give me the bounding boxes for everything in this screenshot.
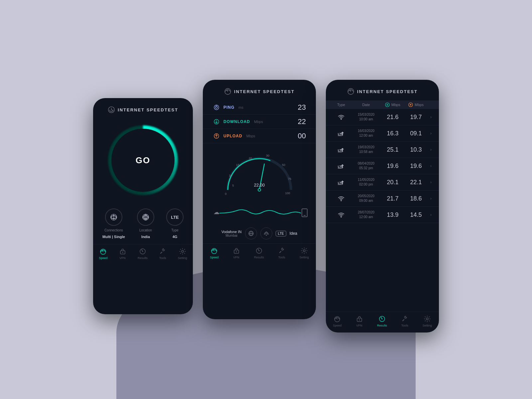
nav-tools[interactable]: Tools: [159, 248, 166, 260]
col-chevron-header: [428, 102, 434, 107]
upload-value: 00: [298, 132, 306, 140]
type-cell: LTE: [331, 179, 351, 185]
go-button-container[interactable]: GO: [108, 125, 178, 195]
phone1-title: INTERNET SPEEDTEST: [118, 107, 178, 112]
nav3-results[interactable]: Results: [377, 315, 387, 327]
results-nav2-icon: [255, 247, 263, 254]
nav3-vpn[interactable]: VPN: [356, 315, 363, 327]
nav3-tools-label: Tools: [401, 324, 408, 327]
globe-icon: [245, 227, 257, 239]
nav3-setting[interactable]: Setting: [423, 315, 432, 327]
nav3-tools[interactable]: Tools: [401, 315, 408, 327]
nav-speed-label: Speed: [99, 256, 107, 260]
date-cell: 20/05/2020 09:00 am: [351, 194, 381, 203]
connections-value: Multi | Single: [102, 235, 125, 239]
vpn-nav-icon: [119, 248, 126, 255]
date-cell: 28/07/2020 12:00 am: [351, 210, 381, 219]
svg-line-11: [161, 252, 162, 253]
download-row: DOWNLOAD Mbps 22: [203, 115, 316, 129]
chevron-cell[interactable]: ›: [428, 115, 434, 119]
chevron-cell[interactable]: ›: [428, 196, 434, 201]
chevron-cell[interactable]: ›: [428, 212, 434, 217]
nav2-tools[interactable]: Tools: [278, 247, 285, 259]
svg-text:100: 100: [285, 192, 290, 195]
phone2-title: INTERNET SPEEDTEST: [234, 89, 295, 94]
col-date: Date: [351, 102, 381, 107]
ping-value: 23: [298, 103, 306, 112]
nav-setting[interactable]: Setting: [178, 248, 187, 260]
nav2-vpn[interactable]: VPN: [233, 247, 240, 259]
location-label: Location: [139, 228, 152, 232]
location-info[interactable]: Location India: [137, 208, 154, 239]
nav3-vpn-label: VPN: [356, 324, 362, 327]
type-cell: [331, 196, 351, 201]
chevron-cell[interactable]: ›: [428, 131, 434, 136]
upload-row: UPLOAD Mbps 00: [203, 129, 316, 143]
connections-info[interactable]: Connections Multi | Single: [102, 208, 125, 239]
nav3-setting-label: Setting: [423, 324, 432, 327]
svg-point-64: [381, 319, 382, 320]
download-label: DOWNLOAD: [223, 119, 250, 124]
phone1-nav: Speed VPN Results: [93, 244, 193, 265]
phone-speed: INTERNET SPEEDTEST GO: [93, 98, 193, 314]
download-cell: 21.6: [381, 114, 404, 121]
speed-nav-icon: [99, 248, 107, 255]
ping-label: PING: [223, 105, 234, 110]
chevron-cell[interactable]: ›: [428, 147, 434, 152]
nav-speed[interactable]: Speed: [99, 248, 107, 260]
table-row[interactable]: 28/07/2020 12:00 am 13.9 14.5 ›: [326, 207, 439, 223]
nav2-setting[interactable]: Setting: [300, 247, 309, 259]
table-row[interactable]: 15/03/2020 10:00 am 21.6 19.7 ›: [326, 109, 439, 125]
download-label-group: DOWNLOAD Mbps: [213, 118, 263, 125]
date-cell: 11/05/2020 02:00 pm: [351, 178, 381, 187]
table-row[interactable]: 20/05/2020 09:00 am 21.7 18.6 ›: [326, 191, 439, 207]
nav2-results[interactable]: Results: [254, 247, 264, 259]
svg-text:30: 30: [266, 154, 269, 157]
download-cell: 19.6: [381, 163, 404, 170]
provider-name: Vodafone IN: [221, 230, 242, 234]
nav-results[interactable]: Results: [138, 248, 148, 260]
signal-icon: [260, 227, 272, 239]
speedtest-icon: [108, 106, 115, 113]
setting-nav2-icon: [301, 247, 308, 254]
nav3-speed[interactable]: Speed: [333, 315, 341, 327]
type-info[interactable]: LTE Type 4G: [166, 208, 184, 239]
chevron-cell[interactable]: ›: [428, 180, 434, 185]
nav2-speed[interactable]: Speed: [210, 247, 218, 259]
svg-point-59: [341, 216, 342, 217]
signal-line: ☁: [203, 201, 316, 225]
lte-badge: LTE: [276, 231, 286, 236]
svg-text:20: 20: [249, 157, 252, 160]
svg-text:10: 10: [229, 174, 232, 177]
ping-unit: ms: [238, 105, 243, 109]
results-nav-icon: [139, 248, 146, 255]
ping-row: PING ms 23: [203, 100, 316, 115]
tools-nav3-icon: [401, 315, 408, 323]
go-center: GO: [136, 155, 150, 166]
table-row[interactable]: LTE 19/03/2020 10:58 am 25.1 10.3 ›: [326, 142, 439, 158]
go-label[interactable]: GO: [136, 155, 150, 166]
signal-svg: ☁: [209, 205, 309, 221]
chevron-cell[interactable]: ›: [428, 164, 434, 168]
speed-nav3-icon: [333, 315, 341, 323]
setting-nav3-icon: [424, 315, 431, 323]
speedtest-icon-3: [347, 88, 354, 95]
col-upload: Mbps: [404, 102, 428, 107]
table-row[interactable]: LTE 11/05/2020 02:00 pm 20.1 22.1 ›: [326, 174, 439, 191]
col-download: Mbps: [381, 102, 404, 107]
svg-point-12: [182, 250, 184, 252]
nav3-speed-label: Speed: [333, 324, 341, 327]
provider-row: Vodafone IN Mumbai LTE Idea: [203, 225, 316, 243]
table-row[interactable]: LTE 08/04/2020 05:32 pm 19.6 19.6 ›: [326, 158, 439, 174]
setting-nav-icon: [179, 248, 186, 255]
table-row[interactable]: LTE 16/03/2020 12:00 am 16.3 09.1 ›: [326, 125, 439, 142]
type-label: Type: [171, 228, 179, 232]
ping-icon: [213, 104, 220, 111]
svg-point-43: [258, 250, 259, 251]
download-icon: [213, 118, 220, 125]
speedtest-icon-2: [224, 88, 231, 95]
phone-detail: INTERNET SPEEDTEST PING ms 23: [203, 80, 316, 319]
nav-vpn[interactable]: VPN: [119, 248, 126, 260]
svg-point-38: [266, 235, 267, 236]
svg-point-8: [122, 252, 123, 253]
